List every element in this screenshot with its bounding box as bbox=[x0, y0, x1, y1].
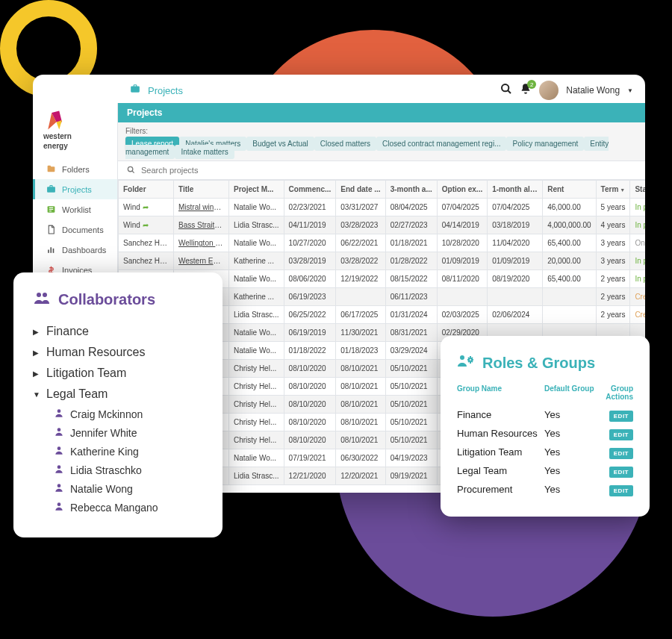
person-icon bbox=[54, 408, 64, 420]
svg-point-15 bbox=[469, 358, 472, 361]
folder-icon bbox=[46, 164, 56, 174]
cell: 08/10/2020 bbox=[284, 396, 336, 414]
user-name[interactable]: Natalie Wong bbox=[566, 85, 620, 96]
person-icon bbox=[54, 464, 64, 476]
cell: In progress bbox=[630, 199, 645, 216]
project-link[interactable]: Western Energy Retail G... bbox=[178, 257, 229, 265]
cell: 08/10/2021 bbox=[336, 414, 385, 431]
sidebar-item-folders[interactable]: Folders bbox=[33, 159, 117, 179]
collaborator-group[interactable]: ▶Litigation Team bbox=[33, 363, 203, 384]
cell: 2 years bbox=[596, 270, 630, 288]
project-link[interactable]: Mistral wind project TAS bbox=[178, 203, 229, 211]
table-row[interactable]: Sanchez H.. ➦Wellington officeNatalie Wo… bbox=[119, 234, 646, 252]
cell: Wellington office bbox=[174, 234, 229, 252]
cell bbox=[543, 288, 596, 306]
cell: In progress bbox=[630, 252, 645, 270]
role-default: Yes bbox=[544, 484, 599, 495]
cell: Wind ➦ bbox=[119, 199, 174, 216]
column-header[interactable]: Term ▼ bbox=[596, 181, 630, 199]
cell: 08/15/2022 bbox=[385, 270, 437, 288]
table-row[interactable]: Sanchez H.. ➦Western Energy Retail G...K… bbox=[119, 252, 646, 270]
sidebar-item-worklist[interactable]: Worklist bbox=[33, 199, 117, 219]
collaborator-group[interactable]: ▼Legal Team bbox=[33, 384, 203, 405]
roles-title: Roles & Groups bbox=[457, 352, 633, 374]
collaborator-member[interactable]: Natalie Wong bbox=[33, 479, 203, 498]
collaborator-member[interactable]: Jennifer White bbox=[33, 423, 203, 442]
sidebar-item-label: Dashboards bbox=[62, 246, 106, 255]
member-name: Natalie Wong bbox=[70, 483, 133, 495]
notifications-icon[interactable]: 2 bbox=[520, 83, 532, 98]
person-icon bbox=[54, 445, 64, 458]
svg-point-11 bbox=[57, 465, 61, 469]
table-row[interactable]: Wind ➦Mistral wind project TASNatalie Wo… bbox=[119, 199, 646, 216]
cell: 09/19/2021 bbox=[385, 467, 437, 485]
filters-bar: Filters: Lease reportNatalie's mattersBu… bbox=[118, 122, 645, 161]
cell: 06/25/2022 bbox=[284, 306, 336, 324]
cell: 05/10/2021 bbox=[385, 396, 437, 414]
filter-chip[interactable]: Policy management bbox=[506, 137, 584, 151]
avatar[interactable] bbox=[539, 81, 559, 100]
cell: On hold bbox=[630, 234, 645, 252]
sidebar-item-projects[interactable]: Projects bbox=[33, 179, 117, 199]
filter-chip[interactable]: Budget vs Actual bbox=[246, 137, 314, 151]
svg-point-8 bbox=[57, 409, 61, 413]
project-link[interactable]: Wellington office bbox=[178, 239, 229, 247]
collaborator-group[interactable]: ▶Finance bbox=[33, 321, 203, 342]
column-header[interactable]: 1-month alert bbox=[488, 181, 543, 199]
table-row[interactable]: Wind ➦Bass Strait Offshore Win...Lidia S… bbox=[119, 216, 646, 234]
column-header[interactable]: Rent bbox=[543, 181, 596, 199]
cell: 10/28/2020 bbox=[437, 234, 487, 252]
cell: Created bbox=[630, 306, 645, 324]
cell: In progress bbox=[630, 270, 645, 288]
cell: Christy Hel... bbox=[229, 414, 284, 431]
collaborator-member[interactable]: Rebecca Mangano bbox=[33, 498, 203, 517]
column-header[interactable]: Commenc... bbox=[284, 181, 336, 199]
edit-button[interactable]: EDIT bbox=[609, 411, 633, 422]
edit-button[interactable]: EDIT bbox=[609, 485, 633, 496]
group-name: Human Resources bbox=[46, 346, 146, 359]
edit-button[interactable]: EDIT bbox=[609, 467, 633, 478]
cell: Natalie Wo... bbox=[229, 324, 284, 342]
cell: 65,400.00 bbox=[543, 234, 596, 252]
column-header[interactable]: Option ex... bbox=[437, 181, 487, 199]
chevron-down-icon[interactable]: ▼ bbox=[627, 87, 633, 94]
cell: 03/29/2024 bbox=[385, 342, 437, 360]
collaborator-member[interactable]: Lidia Straschko bbox=[33, 461, 203, 479]
cell: 08/31/2021 bbox=[385, 324, 437, 342]
member-name: Rebecca Mangano bbox=[70, 502, 158, 514]
filter-chip[interactable]: Closed matters bbox=[314, 137, 376, 151]
role-default: Yes bbox=[544, 465, 599, 476]
collaborator-member[interactable]: Craig Mckinnon bbox=[33, 405, 203, 423]
search-icon[interactable] bbox=[500, 83, 512, 98]
svg-point-10 bbox=[57, 446, 61, 450]
column-header[interactable]: Folder bbox=[119, 181, 174, 199]
filter-chip[interactable]: Closed contract management regi... bbox=[376, 137, 506, 151]
cell: 01/18/2022 bbox=[284, 342, 336, 360]
edit-button[interactable]: EDIT bbox=[609, 429, 633, 440]
column-header[interactable]: Title bbox=[174, 181, 229, 199]
cell: 08/10/2021 bbox=[336, 431, 385, 449]
cell: 08/10/2020 bbox=[284, 431, 336, 449]
collaborator-member[interactable]: Katherine King bbox=[33, 442, 203, 461]
chevron-right-icon: ▶ bbox=[33, 349, 40, 357]
cell: 06/22/2021 bbox=[336, 234, 385, 252]
column-header[interactable]: State bbox=[630, 181, 645, 199]
chevron-right-icon: ▶ bbox=[33, 328, 40, 336]
sidebar-item-dashboards[interactable]: Dashboards bbox=[33, 240, 117, 260]
edit-button[interactable]: EDIT bbox=[609, 448, 633, 459]
cell: 05/10/2021 bbox=[385, 431, 437, 449]
column-header[interactable]: End date ... bbox=[336, 181, 385, 199]
search-bar bbox=[118, 161, 645, 180]
filter-chip[interactable]: Intake matters bbox=[175, 145, 234, 159]
svg-point-0 bbox=[502, 84, 508, 91]
column-header[interactable]: Project M... bbox=[229, 181, 284, 199]
cell: Bass Strait Offshore Win... bbox=[174, 216, 229, 234]
column-header[interactable]: 3-month a... bbox=[385, 181, 437, 199]
cell: 65,400.00 bbox=[543, 270, 596, 288]
sidebar-item-documents[interactable]: Documents bbox=[33, 219, 117, 240]
roles-row: FinanceYesEDIT bbox=[457, 405, 633, 424]
search-input[interactable] bbox=[140, 165, 636, 175]
cell: 01/18/2023 bbox=[336, 342, 385, 360]
project-link[interactable]: Bass Strait Offshore Win... bbox=[178, 221, 229, 229]
collaborator-group[interactable]: ▶Human Resources bbox=[33, 342, 203, 363]
